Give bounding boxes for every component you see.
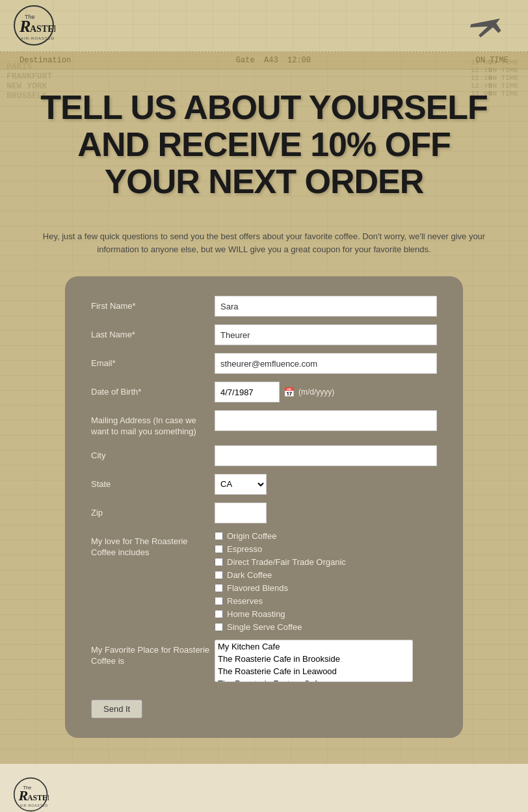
coffee-loves-row: My love for The Roasterie Coffee include… — [91, 531, 437, 632]
departure-strip: Destination Gate A43 12:00 ON TIME — [0, 52, 528, 70]
status-label: ON TIME — [476, 56, 508, 65]
checkbox-direct-trade-input[interactable] — [215, 558, 223, 566]
svg-text:R: R — [18, 787, 28, 803]
checkbox-dark-coffee-input[interactable] — [215, 571, 223, 579]
promo-description: Hey, just a few quick questions to send … — [0, 214, 528, 277]
checkbox-home-roasting-input[interactable] — [215, 610, 223, 618]
headline-line1: TELL US ABOUT YOURSELF — [39, 89, 489, 126]
checkbox-reserves-label: Reserves — [227, 596, 263, 606]
checkbox-single-serve[interactable]: Single Serve Coffee — [215, 622, 346, 632]
svg-text:R: R — [19, 17, 31, 36]
checkbox-home-roasting[interactable]: Home Roasting — [215, 609, 346, 619]
checkbox-origin-coffee[interactable]: Origin Coffee — [215, 531, 346, 541]
svg-text:ASTERIE: ASTERIE — [27, 792, 49, 802]
checkbox-origin-coffee-input[interactable] — [215, 532, 223, 540]
checkbox-single-serve-label: Single Serve Coffee — [227, 622, 302, 632]
checkbox-flavored-blends[interactable]: Flavored Blends — [215, 583, 346, 593]
option-brookside[interactable]: The Roasterie Cafe in Brookside — [215, 653, 412, 665]
checkbox-dark-coffee[interactable]: Dark Coffee — [215, 570, 346, 580]
checkbox-origin-coffee-label: Origin Coffee — [227, 531, 276, 541]
checkbox-reserves-input[interactable] — [215, 597, 223, 605]
option-leawood[interactable]: The Roasterie Cafe in Leawood — [215, 665, 412, 677]
city-row: City — [91, 445, 437, 466]
dob-row: Date of Birth* 📅 (m/d/yyyy) — [91, 382, 437, 402]
checkbox-direct-trade[interactable]: Direct Trade/Fair Trade Organic — [215, 557, 346, 567]
plane-icon — [463, 7, 515, 48]
calendar-icon[interactable]: 📅 — [284, 387, 295, 397]
svg-text:AIR-ROASTED COFFEE: AIR-ROASTED COFFEE — [20, 804, 49, 807]
zip-label: Zip — [91, 503, 215, 519]
headline-line3: YOUR NEXT ORDER — [39, 163, 489, 200]
checkbox-dark-coffee-label: Dark Coffee — [227, 570, 272, 580]
checkbox-home-roasting-label: Home Roasting — [227, 609, 285, 619]
first-name-row: First Name* — [91, 296, 437, 317]
last-name-row: Last Name* — [91, 324, 437, 345]
city-label: City — [91, 445, 215, 462]
checkbox-flavored-blends-label: Flavored Blends — [227, 583, 288, 593]
last-name-input[interactable] — [215, 324, 437, 345]
dob-input[interactable] — [215, 382, 280, 402]
send-it-button[interactable]: Send It — [91, 700, 142, 718]
favorite-place-label: My Favorite Place for Roasterie Coffee i… — [91, 640, 215, 667]
city-input[interactable] — [215, 445, 437, 466]
footer: The R ASTERIE AIR-ROASTED COFFEE Copyrig… — [0, 764, 528, 812]
last-name-label: Last Name* — [91, 324, 215, 341]
dob-wrapper: 📅 (m/d/yyyy) — [215, 382, 334, 402]
option-kitchen-cafe[interactable]: My Kitchen Cafe — [215, 640, 412, 653]
checkbox-reserves[interactable]: Reserves — [215, 596, 346, 606]
header: The R ASTERIE AIR-ROASTED COFFEE — [0, 0, 528, 52]
checkbox-flavored-blends-input[interactable] — [215, 584, 223, 592]
state-select[interactable]: CA AL AK AZ AR CO CT DE FL GA NY TX — [215, 474, 267, 495]
svg-text:ASTERIE: ASTERIE — [30, 24, 55, 34]
favorite-place-row: My Favorite Place for Roasterie Coffee i… — [91, 640, 437, 682]
dob-hint: (m/d/yyyy) — [298, 387, 334, 397]
checkbox-espresso[interactable]: Espresso — [215, 544, 346, 554]
email-row: Email* — [91, 353, 437, 374]
mailing-row: Mailing Address (In case we want to mail… — [91, 410, 437, 438]
footer-logo-icon: The R ASTERIE AIR-ROASTED COFFEE — [13, 777, 49, 812]
submit-row: Send It — [91, 690, 437, 718]
first-name-label: First Name* — [91, 296, 215, 312]
email-input[interactable] — [215, 353, 437, 374]
coffee-loves-label: My love for The Roasterie Coffee include… — [91, 531, 215, 558]
zip-input[interactable] — [215, 503, 267, 523]
footer-logo: The R ASTERIE AIR-ROASTED COFFEE — [13, 777, 49, 812]
description-text: Hey, just a few quick questions to send … — [43, 231, 485, 255]
state-row: State CA AL AK AZ AR CO CT DE FL GA NY T… — [91, 474, 437, 495]
mailing-input[interactable] — [215, 410, 437, 431]
option-factory[interactable]: The Roasterie Factory Cafe — [215, 677, 412, 682]
airplane-svg — [463, 7, 515, 46]
header-logo: The R ASTERIE AIR-ROASTED COFFEE — [13, 5, 55, 47]
svg-text:AIR-ROASTED COFFEE: AIR-ROASTED COFFEE — [21, 36, 55, 40]
checkbox-espresso-label: Espresso — [227, 544, 262, 554]
zip-row: Zip — [91, 503, 437, 523]
checkbox-direct-trade-label: Direct Trade/Fair Trade Organic — [227, 557, 346, 567]
checkbox-single-serve-input[interactable] — [215, 623, 223, 631]
email-label: Email* — [91, 353, 215, 369]
gate-label: Gate A43 12:00 — [236, 56, 311, 65]
coffee-checkbox-group: Origin Coffee Espresso Direct Trade/Fair… — [215, 531, 346, 632]
mailing-label: Mailing Address (In case we want to mail… — [91, 410, 215, 438]
favorite-place-listbox[interactable]: My Kitchen Cafe The Roasterie Cafe in Br… — [215, 640, 413, 682]
destination-label: Destination — [20, 56, 71, 65]
promo-headline: TELL US ABOUT YOURSELF AND RECEIVE 10% O… — [0, 70, 528, 214]
logo-icon: The R ASTERIE AIR-ROASTED COFFEE — [13, 5, 55, 47]
checkbox-espresso-input[interactable] — [215, 545, 223, 553]
promo-section: PARISFRANKFURTNEW YORKBRUSSELS ON TIMEON… — [0, 52, 528, 764]
form-container: First Name* Last Name* Email* Date of Bi… — [65, 276, 463, 738]
state-label: State — [91, 474, 215, 490]
headline-line2: AND RECEIVE 10% OFF — [39, 126, 489, 163]
first-name-input[interactable] — [215, 296, 437, 317]
dob-label: Date of Birth* — [91, 382, 215, 398]
